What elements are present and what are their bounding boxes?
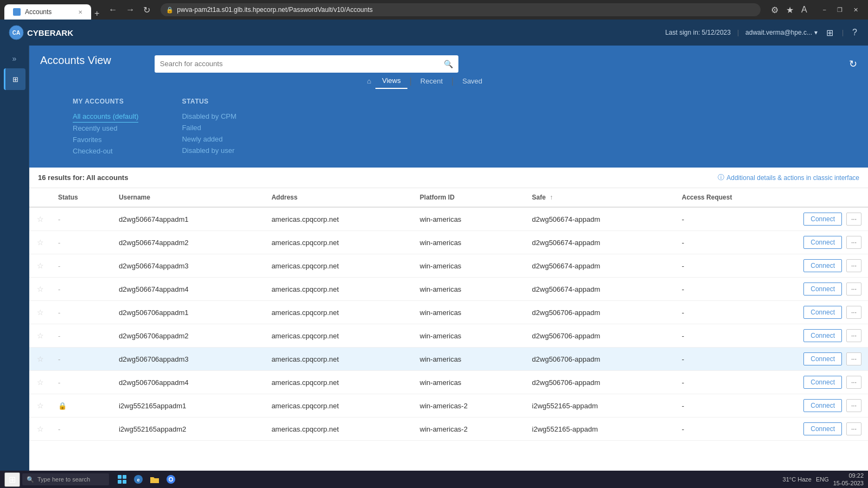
address-cell: americas.cpqcorp.net [265, 348, 413, 371]
sidebar-toggle-button[interactable]: » [8, 50, 21, 67]
star-cell: ☆ [29, 324, 52, 348]
close-button[interactable]: ✕ [848, 4, 864, 16]
table-row: ☆ 🔒 i2wg552165appadm1 americas.cpqcorp.n… [29, 394, 868, 418]
tab-label: Accounts [25, 8, 52, 16]
connect-button[interactable]: Connect [803, 376, 842, 389]
address-bar[interactable]: 🔒 pwva-pam2t1a.s01.glb.its.hpecorp.net/P… [161, 3, 761, 16]
platform-id-cell: win-americas [413, 254, 526, 278]
connect-button[interactable]: Connect [803, 329, 842, 342]
connect-button[interactable]: Connect [803, 282, 842, 296]
search-bar[interactable]: 🔍 [155, 55, 458, 73]
favorite-button[interactable]: ☆ [36, 377, 45, 388]
connect-button[interactable]: Connect [803, 399, 842, 412]
username-cell: d2wg506674appadm4 [112, 278, 265, 301]
search-input[interactable] [160, 60, 441, 68]
more-actions-button[interactable]: ··· [846, 213, 861, 226]
username-cell: i2wg552165appadm2 [112, 418, 265, 441]
favorite-button[interactable]: ☆ [36, 214, 45, 224]
col-username[interactable]: Username [112, 188, 265, 207]
username-cell: d2wg506706appadm4 [112, 371, 265, 394]
more-actions-button[interactable]: ··· [846, 399, 861, 412]
table-body: ☆ - d2wg506674appadm1 americas.cpqcorp.n… [29, 207, 868, 441]
favorite-button[interactable]: ☆ [36, 354, 45, 364]
tab-separator-2: | [451, 76, 454, 86]
connect-button[interactable]: Connect [803, 306, 842, 319]
connect-button[interactable]: Connect [803, 352, 842, 365]
tab-views[interactable]: Views [375, 73, 407, 89]
dropdown-link-checked-out[interactable]: Checked-out [73, 145, 138, 157]
tab-recent[interactable]: Recent [414, 74, 449, 88]
favorite-button[interactable]: ☆ [36, 237, 45, 248]
connect-button[interactable]: Connect [803, 213, 842, 226]
browser-controls: ← → ↻ [106, 4, 153, 16]
more-actions-button[interactable]: ··· [846, 306, 861, 319]
favorite-button[interactable]: ☆ [36, 284, 45, 294]
status-cell: - [52, 231, 112, 254]
nav-user-menu[interactable]: adwait.verma@hpe.c... ▾ [745, 29, 818, 36]
browser-chrome: Accounts ✕ + ← → ↻ 🔒 pwva-pam2t1a.s01.gl… [0, 0, 868, 20]
nav-right: Last sign in: 5/12/2023 | adwait.verma@h… [665, 25, 859, 40]
dropdown-link-newly-added[interactable]: Newly added [182, 133, 236, 145]
extensions-button[interactable]: ⚙ [768, 4, 781, 16]
dropdown-link-disabled-by-user[interactable]: Disabled by user [182, 145, 236, 156]
action-cell: Connect ··· [792, 301, 868, 324]
status-value: - [58, 215, 60, 223]
dropdown-link-favorites[interactable]: Favorites [73, 134, 138, 145]
new-tab-button[interactable]: + [91, 8, 103, 20]
restore-button[interactable]: ❐ [832, 4, 848, 16]
favorite-button[interactable]: ☆ [36, 400, 45, 411]
minimize-button[interactable]: − [818, 4, 832, 15]
more-actions-button[interactable]: ··· [846, 376, 861, 389]
profile-button[interactable]: A [799, 4, 810, 16]
favorite-button[interactable]: ☆ [36, 423, 45, 434]
results-label: results for: All accounts [48, 174, 128, 182]
connect-button[interactable]: Connect [803, 259, 842, 272]
address-cell: americas.cpqcorp.net [265, 394, 413, 418]
more-actions-button[interactable]: ··· [846, 329, 861, 342]
platform-id-cell: win-americas-2 [413, 418, 526, 441]
username-cell: d2wg506706appadm1 [112, 301, 265, 324]
more-actions-button[interactable]: ··· [846, 352, 861, 365]
favorite-button[interactable]: ☆ [36, 260, 45, 271]
classic-interface-link[interactable]: ⓘ Additional details & actions in classi… [718, 173, 859, 182]
safe-cell: d2wg506706-appadm [526, 301, 675, 324]
dropdown-link-disabled-by-cpm[interactable]: Disabled by CPM [182, 111, 236, 122]
col-access-request[interactable]: Access Request [675, 188, 792, 207]
dropdown-link-recently-used[interactable]: Recently used [73, 123, 138, 134]
access-request-cell: - [675, 348, 792, 371]
tab-saved[interactable]: Saved [456, 74, 489, 88]
connect-button[interactable]: Connect [803, 422, 842, 435]
browser-tab-accounts[interactable]: Accounts ✕ [4, 4, 91, 20]
forward-button[interactable]: → [123, 4, 137, 16]
results-count: 16 [38, 174, 46, 182]
col-safe[interactable]: Safe ↑ [526, 188, 675, 207]
favorite-button[interactable]: ☆ [36, 330, 45, 341]
more-actions-button[interactable]: ··· [846, 259, 861, 272]
sort-icon-safe: ↑ [550, 194, 553, 201]
accounts-refresh-icon[interactable]: ↻ [849, 58, 857, 70]
col-platform-id[interactable]: Platform ID [413, 188, 526, 207]
grid-view-button[interactable]: ⊞ [824, 25, 835, 40]
platform-id-cell: win-americas [413, 348, 526, 371]
help-button[interactable]: ? [850, 25, 859, 40]
address-cell: americas.cpqcorp.net [265, 371, 413, 394]
dropdown-link-all-accounts[interactable]: All accounts (default) [73, 111, 138, 123]
content-area: Accounts View 🔍 ↻ ⌂ Views | Recent | Sav… [29, 46, 868, 471]
last-signin-label: Last sign in: 5/12/2023 [665, 29, 731, 36]
more-actions-button[interactable]: ··· [846, 422, 861, 435]
connect-button[interactable]: Connect [803, 236, 842, 249]
dropdown-link-failed[interactable]: Failed [182, 122, 236, 133]
access-request-cell: - [675, 301, 792, 324]
more-actions-button[interactable]: ··· [846, 236, 861, 249]
col-address[interactable]: Address [265, 188, 413, 207]
sidebar-item-accounts[interactable]: ⊞ [4, 68, 25, 90]
address-cell: americas.cpqcorp.net [265, 254, 413, 278]
favorite-button[interactable]: ☆ [36, 307, 45, 318]
refresh-button[interactable]: ↻ [141, 4, 153, 16]
back-button[interactable]: ← [106, 4, 120, 16]
bookmark-button[interactable]: ★ [783, 4, 796, 16]
accounts-table: Status Username Address Platform ID Safe… [29, 188, 868, 441]
more-actions-button[interactable]: ··· [846, 282, 861, 296]
status-value: - [58, 285, 60, 293]
tab-close-button[interactable]: ✕ [78, 9, 82, 15]
